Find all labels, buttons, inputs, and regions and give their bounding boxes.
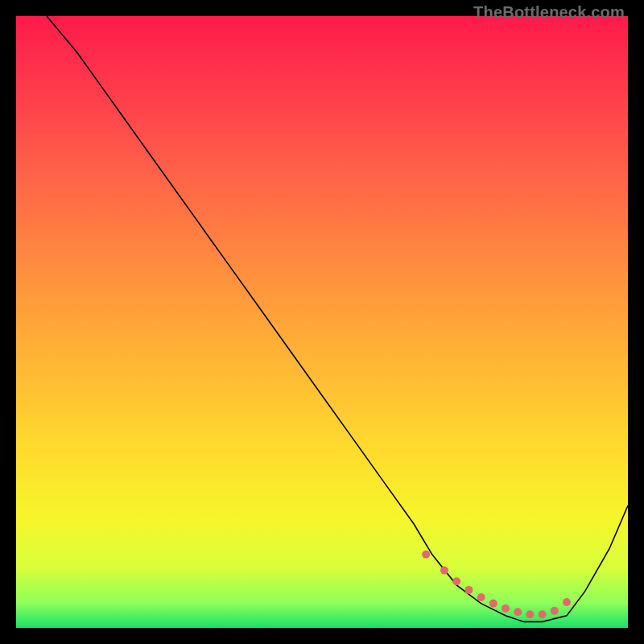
watermark-text: TheBottleneck.com: [473, 3, 625, 22]
optimal-marker: [489, 600, 497, 608]
chart-svg: [16, 16, 628, 628]
optimal-marker: [551, 607, 559, 615]
optimal-marker: [422, 551, 430, 559]
optimal-marker: [464, 586, 473, 594]
optimal-marker: [477, 593, 485, 601]
chart-container: TheBottleneck.com: [0, 0, 644, 644]
optimal-marker: [539, 610, 547, 618]
optimal-marker: [502, 605, 510, 613]
optimal-marker: [452, 577, 460, 585]
optimal-marker: [440, 567, 448, 575]
optimal-marker: [563, 598, 571, 606]
optimal-marker: [514, 608, 522, 616]
plot-area: [16, 16, 628, 628]
optimal-marker: [526, 610, 534, 618]
gradient-background: [16, 16, 628, 628]
